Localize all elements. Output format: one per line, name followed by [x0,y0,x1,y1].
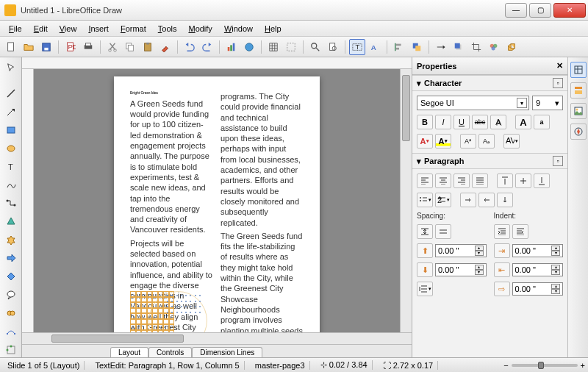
styles-tab-icon[interactable] [570,82,587,99]
filter-icon[interactable] [486,39,502,55]
grow-font-button[interactable]: A [515,115,531,129]
more-options-icon[interactable]: ▫ [553,78,563,88]
arrange-icon[interactable] [409,39,425,55]
stars-icon[interactable] [2,305,20,321]
flowchart-icon[interactable] [2,269,20,285]
textbox-icon[interactable]: T [349,39,365,55]
align-center-button[interactable] [435,174,451,188]
italic-button[interactable]: I [435,115,451,129]
page[interactable]: Bright Green Idea A Green Seeds fund wou… [114,76,320,332]
menu-modify[interactable]: Modify [182,23,218,35]
copy-icon[interactable] [122,39,138,55]
close-panel-icon[interactable]: ✕ [556,61,563,71]
tab-controls[interactable]: Controls [148,347,192,357]
ellipse-tool-icon[interactable] [2,140,20,156]
dropdown-icon[interactable]: ▾ [517,98,527,108]
decrease-indent-icon[interactable] [512,224,528,239]
block-arrows-icon[interactable] [2,251,20,266]
extrusion-icon[interactable] [503,39,520,55]
shrink-font-button[interactable]: a [534,115,550,129]
tab-layout[interactable]: Layout [110,347,148,357]
font-size-select[interactable]: 9 ▾ [532,96,563,110]
chart-icon[interactable] [223,39,240,55]
menu-view[interactable]: View [54,23,83,35]
undo-icon[interactable] [182,39,198,55]
below-spacing-input[interactable]: 0.00 "▴▾ [435,263,487,276]
align-top-button[interactable] [497,174,513,188]
glue-points-icon[interactable] [2,342,20,357]
curve-tool-icon[interactable] [2,177,20,193]
ltr-button[interactable] [460,193,476,207]
font-color-button[interactable]: A [417,134,433,149]
after-indent-icon[interactable]: ⇤ [494,262,510,277]
zoom-out-button[interactable]: − [503,361,508,370]
properties-tab-icon[interactable] [570,62,587,78]
align-left-button[interactable] [417,174,433,188]
arrow-tool-icon[interactable] [2,104,20,120]
zoom-slider[interactable] [512,364,578,367]
zoom-page-icon[interactable] [325,39,341,55]
firstline-indent-input[interactable]: 0.00 "▴▾ [512,282,564,296]
navigator-tab-icon[interactable] [570,124,587,140]
dropdown-icon[interactable]: ▾ [555,99,559,108]
tab-dimension-lines[interactable]: Dimension Lines [192,347,262,357]
menu-format[interactable]: Format [115,23,152,35]
above-spacing-icon[interactable]: ⬆ [417,243,433,258]
zoom-in-button[interactable]: + [581,361,585,370]
callouts-icon[interactable] [2,287,20,302]
crop-icon[interactable] [468,39,484,55]
numbering-button[interactable]: 12 [435,193,451,207]
grid-icon[interactable] [265,39,282,55]
above-spacing-input[interactable]: 0.00 "▴▾ [435,244,487,257]
export-pdf-icon[interactable]: PDF [62,39,79,55]
strike-button[interactable]: abc [472,115,488,129]
menu-file[interactable]: File [3,23,28,35]
rectangle-tool-icon[interactable] [2,122,20,137]
minimize-button[interactable]: — [505,3,527,18]
after-indent-input[interactable]: 0.00 "▴▾ [512,263,564,276]
firstline-indent-icon[interactable]: ⇨ [494,282,510,296]
text-tool-icon[interactable]: T [2,159,20,174]
shadow-icon[interactable] [451,39,467,55]
below-spacing-icon[interactable]: ⬇ [417,262,433,277]
paste-icon[interactable] [140,39,156,55]
decrease-spacing-icon[interactable] [435,224,451,239]
menu-tools[interactable]: Tools [152,23,183,35]
status-master[interactable]: master-page3 [251,361,310,370]
align-left-objects-icon[interactable] [391,39,407,55]
redo-icon[interactable] [199,39,215,55]
basic-shapes-icon[interactable] [2,214,20,229]
close-button[interactable]: ✕ [553,3,586,18]
connector-tool-icon[interactable] [2,196,20,211]
gallery-tab-icon[interactable] [570,103,587,119]
line-spacing-button[interactable] [417,282,433,296]
increase-spacing-icon[interactable] [417,224,433,239]
save-icon[interactable] [38,39,54,55]
before-indent-icon[interactable]: ⇥ [494,243,510,258]
char-spacing-button[interactable]: AV [503,134,520,149]
open-icon[interactable] [21,39,37,55]
line-ends-icon[interactable] [433,39,449,55]
bold-button[interactable]: B [417,115,433,129]
shadow-button[interactable]: A [490,115,506,129]
more-options-icon[interactable]: ▫ [553,156,563,166]
format-paint-icon[interactable] [157,39,173,55]
canvas-viewport[interactable]: Bright Green Idea A Green Seeds fund wou… [34,69,400,332]
cut-icon[interactable] [104,39,121,55]
increase-indent-icon[interactable] [494,224,510,239]
helplines-icon[interactable] [283,39,299,55]
symbol-shapes-icon[interactable] [2,232,20,248]
ttb-button[interactable] [497,193,513,207]
font-name-select[interactable]: Segoe UI ▾ [417,96,529,110]
fontwork-icon[interactable]: A [367,39,383,55]
underline-button[interactable]: U [453,115,470,129]
align-bottom-button[interactable] [534,174,550,188]
zoom-icon[interactable] [307,39,323,55]
menu-insert[interactable]: Insert [82,23,115,35]
maximize-button[interactable]: ▢ [529,3,551,18]
align-justify-button[interactable] [472,174,488,188]
subscript-button[interactable]: Aₐ [478,134,495,149]
scrollbar-horizontal[interactable] [22,332,412,344]
menu-edit[interactable]: Edit [28,23,54,35]
rtl-button[interactable] [478,193,495,207]
